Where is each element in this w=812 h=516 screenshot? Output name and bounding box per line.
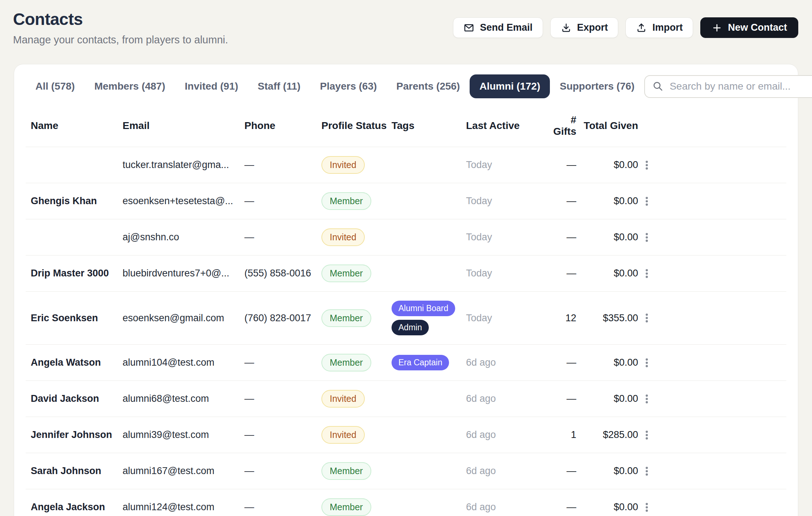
contacts-page: Contacts Manage your contacts, from play… (0, 0, 812, 516)
row-menu-button[interactable] (638, 193, 655, 210)
cell-name: David Jackson (26, 381, 123, 417)
cell-profile-status: Invited (321, 381, 392, 417)
row-menu-button[interactable] (638, 354, 655, 371)
new-contact-button[interactable]: New Contact (700, 17, 798, 38)
cell-filler (680, 292, 786, 345)
cell-last-active: Today (466, 292, 546, 345)
page-header: Contacts Manage your contacts, from play… (0, 0, 812, 46)
cell-total-given: $0.00 (576, 147, 638, 183)
profile-status-badge: Member (321, 498, 371, 516)
cell-phone: — (244, 147, 321, 183)
cell-name (26, 147, 123, 183)
profile-status-badge: Member (321, 192, 371, 210)
tab-alumni-172[interactable]: Alumni (172) (470, 74, 550, 98)
cell-filler (680, 183, 786, 219)
cell-gifts: 1 (546, 417, 576, 453)
cell-phone: (760) 828-0017 (244, 292, 321, 345)
contact-row[interactable]: aj@snshn.co — Invited Today — $0.00 (26, 219, 786, 255)
contact-row[interactable]: Angela Watson alumni104@test.com — Membe… (26, 345, 786, 381)
profile-status-badge: Invited (321, 228, 365, 246)
cell-last-active: 6d ago (466, 381, 546, 417)
tab-members-487[interactable]: Members (487) (85, 74, 175, 98)
contact-row[interactable]: Eric Soenksen esoenksen@gmail.com (760) … (26, 292, 786, 345)
cell-actions (638, 345, 680, 381)
cell-phone: — (244, 453, 321, 489)
upload-icon (636, 22, 647, 33)
contact-row[interactable]: David Jackson alumni68@test.com — Invite… (26, 381, 786, 417)
cell-tags (392, 489, 466, 516)
row-menu-button[interactable] (638, 499, 655, 516)
col-header-tags: Tags (392, 107, 466, 147)
tab-invited-91[interactable]: Invited (91) (175, 74, 248, 98)
cell-name: Angela Jackson (26, 489, 123, 516)
contact-row[interactable]: tucker.translater@gma... — Invited Today… (26, 147, 786, 183)
cell-name: Angela Watson (26, 345, 123, 381)
cell-tags (392, 453, 466, 489)
cell-email: aj@snshn.co (123, 219, 244, 255)
tab-staff-11[interactable]: Staff (11) (248, 74, 310, 98)
row-menu-button[interactable] (638, 309, 655, 327)
contact-row[interactable]: Sarah Johnson alumni167@test.com — Membe… (26, 453, 786, 489)
cell-email: esoenksen@gmail.com (123, 292, 244, 345)
tab-parents-256[interactable]: Parents (256) (386, 74, 470, 98)
row-menu-button[interactable] (638, 229, 655, 246)
cell-email: alumni68@test.com (123, 381, 244, 417)
row-menu-button[interactable] (638, 463, 655, 480)
cell-total-given: $0.00 (576, 219, 638, 255)
cell-email: alumni124@test.com (123, 489, 244, 516)
col-header-last-active: Last Active (466, 107, 546, 147)
profile-status-badge: Member (321, 354, 371, 371)
cell-gifts: — (546, 345, 576, 381)
cell-actions (638, 489, 680, 516)
cell-email: alumni39@test.com (123, 417, 244, 453)
cell-profile-status: Invited (321, 417, 392, 453)
contact-row[interactable]: Angela Jackson alumni124@test.com — Memb… (26, 489, 786, 516)
cell-profile-status: Member (321, 292, 392, 345)
export-label: Export (577, 22, 608, 33)
col-header-actions (638, 107, 680, 147)
cell-total-given: $0.00 (576, 453, 638, 489)
col-header-name: Name (26, 107, 123, 147)
export-button[interactable]: Export (550, 17, 619, 38)
row-menu-button[interactable] (638, 156, 655, 174)
cell-total-given: $0.00 (576, 381, 638, 417)
cell-filler (680, 453, 786, 489)
row-menu-button[interactable] (638, 265, 655, 282)
cell-name (26, 219, 123, 255)
cell-profile-status: Member (321, 183, 392, 219)
profile-status-badge: Member (321, 265, 371, 282)
tab-supporters-76[interactable]: Supporters (76) (550, 74, 644, 98)
cell-gifts: — (546, 255, 576, 292)
send-email-button[interactable]: Send Email (453, 17, 543, 38)
row-menu-button[interactable] (638, 390, 655, 408)
search-input[interactable] (644, 75, 812, 98)
cell-actions (638, 255, 680, 292)
cell-tags: Alumni BoardAdmin (392, 292, 466, 345)
cell-tags (392, 219, 466, 255)
contact-row[interactable]: Jennifer Johnson alumni39@test.com — Inv… (26, 417, 786, 453)
cell-filler (680, 219, 786, 255)
toolbar: Send Email Export Import New Contact (453, 17, 798, 38)
cell-filler (680, 147, 786, 183)
cell-profile-status: Invited (321, 147, 392, 183)
mail-icon (463, 22, 474, 33)
cell-actions (638, 147, 680, 183)
import-button[interactable]: Import (625, 17, 693, 38)
cell-phone: — (244, 381, 321, 417)
tab-players-63[interactable]: Players (63) (310, 74, 386, 98)
tab-all-578[interactable]: All (578) (26, 74, 85, 98)
contacts-table: Name Email Phone Profile Status Tags Las… (26, 107, 786, 516)
profile-status-badge: Invited (321, 426, 365, 444)
cell-gifts: — (546, 219, 576, 255)
cell-profile-status: Invited (321, 219, 392, 255)
cell-profile-status: Member (321, 489, 392, 516)
contact-row[interactable]: Drip Master 3000 bluebirdventures7+0@...… (26, 255, 786, 292)
profile-status-badge: Member (321, 309, 371, 327)
import-label: Import (652, 22, 683, 33)
row-menu-button[interactable] (638, 426, 655, 444)
cell-name: Eric Soenksen (26, 292, 123, 345)
contact-row[interactable]: Ghengis Khan esoenksen+tesetesta@... — M… (26, 183, 786, 219)
tag-pill: Admin (392, 320, 429, 335)
col-header-gifts: # Gifts (546, 107, 576, 147)
plus-icon (711, 22, 722, 33)
